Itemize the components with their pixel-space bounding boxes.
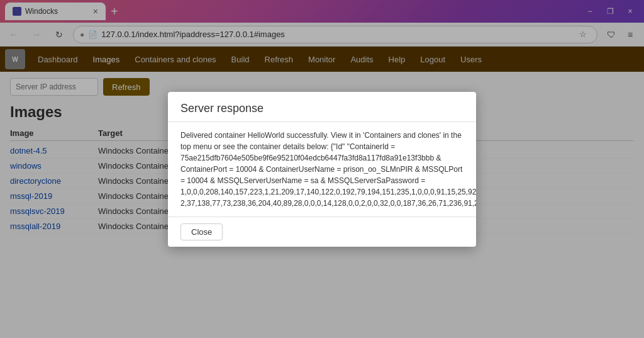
modal-body: Delivered container HelloWorld successfu… [168,122,476,217]
modal-close-button[interactable]: Close [180,223,223,240]
modal-title: Server response [180,102,464,115]
server-response-modal: Server response Delivered container Hell… [168,92,476,247]
modal-header: Server response [168,92,476,122]
modal-overlay: Server response Delivered container Hell… [0,0,644,338]
modal-footer: Close [168,217,476,247]
